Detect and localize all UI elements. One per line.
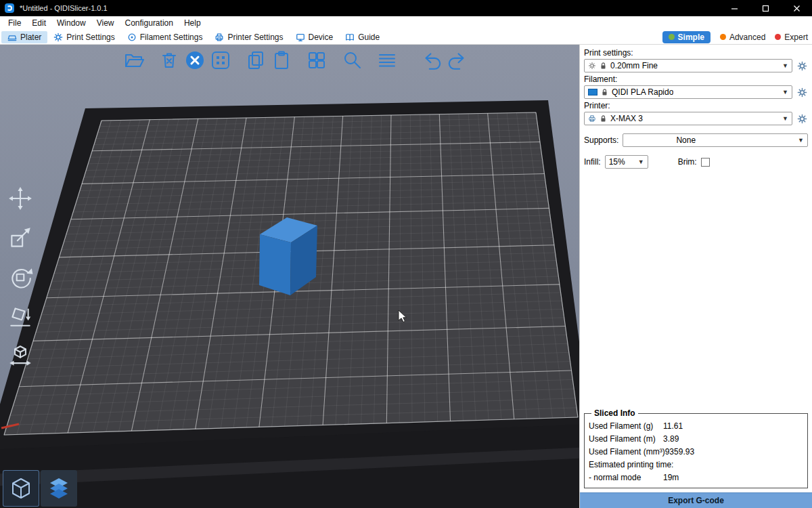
scale-tool-button[interactable] <box>5 223 35 253</box>
search-button[interactable] <box>340 48 364 72</box>
printer-label: Printer: <box>584 101 808 110</box>
filament-label: Filament: <box>584 75 808 84</box>
tab-label: Plater <box>20 33 41 42</box>
supports-label: Supports: <box>584 135 618 145</box>
menu-help[interactable]: Help <box>179 16 206 30</box>
mode-simple[interactable]: Simple <box>662 31 710 43</box>
settings-sidebar: Print settings: 0.20mm Fine ▼ Filament: … <box>579 45 812 508</box>
printer-combo[interactable]: X-MAX 3 ▼ <box>584 112 792 125</box>
editor-view-button[interactable] <box>3 470 39 507</box>
guide-book-icon <box>345 33 355 42</box>
menu-file[interactable]: File <box>3 16 26 30</box>
menu-window[interactable]: Window <box>51 16 91 30</box>
filament-color-swatch <box>588 89 597 96</box>
tab-label: Filament Settings <box>140 33 203 42</box>
cut-tool-icon <box>7 343 33 368</box>
infill-label: Infill: <box>584 157 601 167</box>
filament-spool-icon <box>127 33 137 42</box>
place-on-face-tool-button[interactable] <box>5 301 35 331</box>
infill-combo[interactable]: 15% ▼ <box>605 155 648 169</box>
open-file-button[interactable] <box>122 48 146 72</box>
rotate-tool-icon <box>7 264 33 290</box>
close-button[interactable] <box>781 0 812 16</box>
redo-button[interactable] <box>445 48 470 72</box>
menu-view[interactable]: View <box>91 16 120 30</box>
layer-height-icon <box>376 49 398 71</box>
sliced-info-panel: Sliced Info Used Filament (g) 11.61 Used… <box>584 408 808 488</box>
tab-label: Printer Settings <box>227 33 283 42</box>
maximize-button[interactable] <box>750 0 781 16</box>
lock-icon <box>601 88 608 96</box>
filament-value: QIDI PLA Rapido <box>612 87 673 97</box>
expert-mode-dot-icon <box>775 34 781 40</box>
delete-all-button[interactable] <box>183 48 207 72</box>
chevron-down-icon: ▼ <box>782 63 788 69</box>
printer-icon <box>215 33 224 42</box>
gear-icon <box>588 62 596 70</box>
arrange-icon <box>210 49 231 71</box>
delete-all-circle-x-icon <box>184 49 206 71</box>
tab-plater[interactable]: Plater <box>1 31 47 43</box>
sliced-info-row: Used Filament (g) 11.61 <box>589 419 803 432</box>
chevron-down-icon: ▼ <box>638 159 644 165</box>
variable-layer-height-button[interactable] <box>375 48 399 72</box>
supports-combo[interactable]: None ▼ <box>623 133 808 147</box>
minimize-button[interactable] <box>719 0 750 16</box>
app-logo-icon <box>5 3 14 13</box>
search-icon <box>341 49 363 71</box>
tab-print-settings[interactable]: Print Settings <box>47 31 120 43</box>
copy-icon <box>245 49 267 71</box>
move-tool-button[interactable] <box>5 184 35 213</box>
rotate-tool-button[interactable] <box>5 262 35 292</box>
sliced-info-row: Used Filament (m) 3.89 <box>589 432 803 445</box>
print-settings-combo[interactable]: 0.20mm Fine ▼ <box>584 59 792 72</box>
lock-icon <box>600 62 607 70</box>
redo-icon <box>446 49 469 72</box>
tab-filament-settings[interactable]: Filament Settings <box>121 31 209 43</box>
filament-combo[interactable]: QIDI PLA Rapido ▼ <box>584 85 792 99</box>
tab-device[interactable]: Device <box>290 31 340 43</box>
preview-view-button[interactable] <box>41 470 77 507</box>
window-title: *Untitled - QIDISlicer-1.0.1 <box>20 4 719 12</box>
supports-value: None <box>676 135 696 145</box>
tab-printer-settings[interactable]: Printer Settings <box>208 31 289 43</box>
sliced-info-row: Used Filament (mm³) 9359.93 <box>589 445 803 458</box>
titlebar: *Untitled - QIDISlicer-1.0.1 <box>0 0 812 16</box>
preview-layers-icon <box>45 475 72 502</box>
tab-label: Print Settings <box>66 33 114 42</box>
split-objects-button[interactable] <box>304 48 329 72</box>
gear-icon <box>797 87 807 98</box>
split-objects-icon <box>306 49 328 71</box>
print-settings-gear-button[interactable] <box>796 60 808 72</box>
3d-viewport[interactable] <box>0 45 579 508</box>
menu-edit[interactable]: Edit <box>26 16 51 30</box>
viewport-canvas[interactable] <box>0 45 579 508</box>
menu-configuration[interactable]: Configuration <box>120 16 179 30</box>
gear-icon <box>797 114 807 124</box>
delete-button[interactable] <box>157 48 181 72</box>
brim-checkbox[interactable] <box>701 158 710 167</box>
export-gcode-button[interactable]: Export G-code <box>580 492 812 508</box>
filament-gear-button[interactable] <box>796 86 808 98</box>
brim-label: Brim: <box>678 157 697 167</box>
scale-tool-icon <box>7 225 33 251</box>
move-tool-icon <box>7 186 33 211</box>
copy-button[interactable] <box>244 48 268 72</box>
cut-tool-button[interactable] <box>5 341 35 371</box>
undo-button[interactable] <box>420 48 444 72</box>
simple-mode-dot-icon <box>669 34 675 40</box>
sliced-info-title: Sliced Info <box>591 408 638 418</box>
lock-icon <box>600 114 607 123</box>
paste-button[interactable] <box>269 48 294 72</box>
chevron-down-icon: ▼ <box>782 89 788 96</box>
mode-label: Simple <box>678 33 704 42</box>
arrange-button[interactable] <box>208 48 233 72</box>
mode-advanced[interactable]: Advanced <box>720 33 765 42</box>
mode-expert[interactable]: Expert <box>775 33 808 42</box>
tab-guide[interactable]: Guide <box>339 31 386 43</box>
tab-label: Device <box>309 33 334 42</box>
folder-open-icon <box>123 49 145 71</box>
mode-label: Advanced <box>729 33 765 42</box>
printer-icon <box>588 114 596 123</box>
printer-gear-button[interactable] <box>796 112 808 125</box>
